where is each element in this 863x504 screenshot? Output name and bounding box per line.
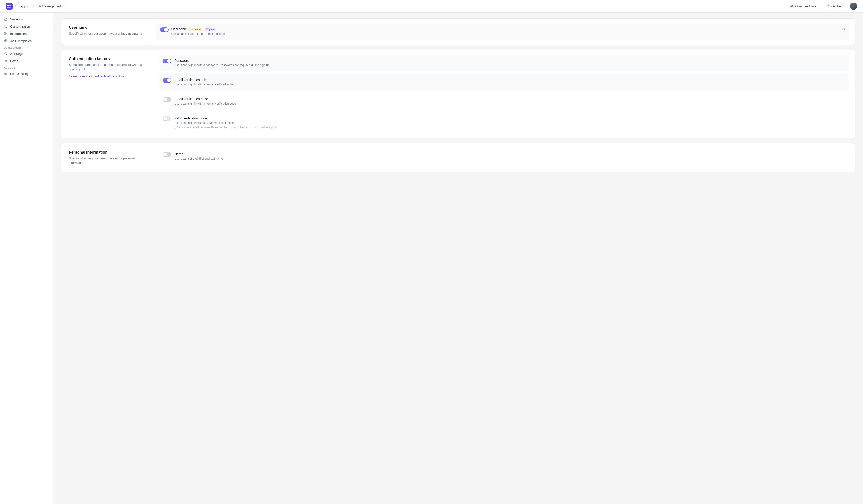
get-help-button[interactable]: ❓ Get help [823, 3, 846, 9]
env-dot [39, 5, 41, 7]
sms-code-warning: ℹ Cannot be enabled because Phone number… [174, 126, 846, 129]
sms-code-toggle-row: SMS verification code Users can sign in … [159, 113, 849, 133]
username-card-desc: Specify whether your users have a unique… [69, 31, 142, 36]
auth-factors-title: Authentication factors [69, 57, 145, 61]
username-card-left: Username Specify whether your users have… [61, 18, 150, 45]
username-card-title: Username [69, 25, 142, 30]
email-code-toggle-title: Email verification code [174, 97, 846, 101]
chevron-down-icon: ▾ [27, 5, 28, 8]
jwt-icon [4, 39, 8, 43]
email-code-toggle-desc: Users can sign in with an email verifica… [174, 102, 846, 106]
app-selector[interactable]: app ▾ [18, 3, 30, 9]
password-toggle[interactable] [163, 59, 172, 63]
username-card: Username Specify whether your users have… [61, 18, 855, 45]
integrations-icon [4, 32, 8, 36]
sidebar-item-sessions[interactable]: Sessions [0, 15, 53, 23]
email-link-toggle[interactable] [163, 78, 172, 83]
megaphone-icon: 📣 [790, 4, 794, 8]
billing-icon [4, 72, 8, 76]
sms-code-toggle-content: SMS verification code Users can sign in … [174, 116, 846, 129]
sidebar-section-account: ACCOUNT [0, 64, 53, 70]
name-toggle-desc: Users can set their first and last name [174, 157, 846, 161]
auth-factors-card-right: Password Users can sign in with a passwo… [153, 50, 855, 138]
email-code-toggle-row: Email verification code Users can sign i… [159, 93, 849, 110]
email-code-toggle[interactable] [163, 97, 172, 102]
separator-1: / [15, 4, 16, 9]
svg-rect-1 [9, 4, 11, 6]
auth-factors-link[interactable]: Learn more about authentication factors [69, 74, 124, 78]
personal-info-card-right: Name Users can set their first and last … [153, 143, 855, 172]
name-toggle[interactable] [163, 152, 172, 157]
password-toggle-content: Password Users can sign in with a passwo… [174, 59, 846, 67]
help-icon: ❓ [826, 4, 830, 8]
env-selector[interactable]: Development ▾ [36, 3, 66, 9]
sidebar-section-developers: DEVELOPERS [0, 45, 53, 50]
sidebar-item-api-keys[interactable]: API Keys [0, 50, 53, 57]
chevron-right-icon: › [48, 25, 49, 28]
personal-info-card-left: Personal information Specify whether you… [61, 143, 153, 172]
sidebar-item-label: Integrations [10, 32, 27, 36]
auth-factors-card: Authentication factors Select the authen… [61, 50, 855, 138]
logo[interactable] [6, 3, 13, 10]
personal-info-title: Personal information [69, 150, 145, 154]
avatar[interactable] [850, 3, 857, 10]
username-toggle-title: Username Required Sign-in [172, 27, 839, 31]
sidebar-item-label: API Keys [10, 52, 23, 55]
email-link-toggle-title: Email verification link [174, 78, 846, 82]
lock-icon [4, 17, 8, 21]
sms-code-toggle-title: SMS verification code [174, 116, 846, 120]
sidebar-item-plan-billing[interactable]: Plan & Billing [0, 70, 53, 77]
name-toggle-title: Name [174, 152, 846, 156]
main-content: Username Specify whether your users have… [53, 13, 863, 504]
auth-factors-desc: Select the authentication methods to pre… [69, 63, 145, 72]
sidebar-item-label: Paths [10, 59, 18, 63]
password-toggle-desc: Users can sign in with a password. Passw… [174, 63, 846, 67]
topnav-right: 📣 Give Feedback ❓ Get help [787, 3, 857, 10]
gear-icon[interactable]: ⚙ [842, 27, 846, 31]
svg-rect-0 [8, 4, 9, 6]
sidebar: Sessions Customization › Integrations JW… [0, 13, 53, 504]
personal-info-card: Personal information Specify whether you… [61, 143, 855, 172]
sidebar-item-label: Sessions [10, 17, 23, 21]
svg-point-5 [6, 27, 7, 28]
topnav: / app ▾ / Development ▾ 📣 Give Feedback … [0, 0, 863, 13]
svg-rect-9 [6, 34, 7, 35]
sms-code-toggle-desc: Users can sign in with an SMS verificati… [174, 121, 846, 125]
username-toggle[interactable] [160, 27, 168, 32]
required-tag: Required [189, 27, 203, 31]
sidebar-item-jwt-templates[interactable]: JWT Templates [0, 37, 53, 45]
signin-tag: Sign-in [204, 27, 216, 31]
svg-rect-7 [6, 32, 7, 33]
info-icon: ℹ [174, 126, 176, 129]
sms-code-toggle[interactable] [163, 116, 172, 121]
email-code-toggle-content: Email verification code Users can sign i… [174, 97, 846, 106]
sidebar-item-label: Customization [10, 25, 30, 28]
svg-rect-3 [9, 7, 11, 8]
name-toggle-row: Name Users can set their first and last … [159, 148, 849, 165]
personal-info-desc: Specify whether your users have extra pe… [69, 156, 145, 165]
password-toggle-row: Password Users can sign in with a passwo… [159, 55, 849, 71]
paint-icon [4, 24, 8, 28]
sidebar-item-paths[interactable]: Paths [0, 57, 53, 64]
email-link-toggle-row: Email verification link Users can sign i… [159, 74, 849, 90]
password-toggle-title: Password [174, 59, 846, 63]
email-link-toggle-content: Email verification link Users can sign i… [174, 78, 846, 87]
username-toggle-desc: Users can set usernames to their account [172, 32, 839, 36]
give-feedback-button[interactable]: 📣 Give Feedback [787, 3, 819, 9]
name-toggle-content: Name Users can set their first and last … [174, 152, 846, 161]
separator-2: / [33, 4, 34, 9]
username-toggle-content: Username Required Sign-in Users can set … [172, 27, 839, 36]
email-link-toggle-desc: Users can sign in with an email verifica… [174, 83, 846, 87]
sidebar-item-integrations[interactable]: Integrations [0, 30, 53, 37]
key-icon [4, 52, 8, 55]
paths-icon [4, 59, 8, 63]
svg-rect-2 [8, 7, 9, 8]
chevron-down-icon: ▾ [62, 5, 63, 8]
svg-rect-8 [4, 34, 5, 35]
username-toggle-row: Username Required Sign-in Users can set … [156, 23, 849, 40]
svg-point-11 [4, 53, 6, 54]
sidebar-item-label: Plan & Billing [10, 72, 29, 76]
sidebar-item-customization[interactable]: Customization › [0, 23, 53, 30]
sidebar-item-label: JWT Templates [10, 39, 32, 43]
svg-rect-4 [4, 19, 7, 21]
